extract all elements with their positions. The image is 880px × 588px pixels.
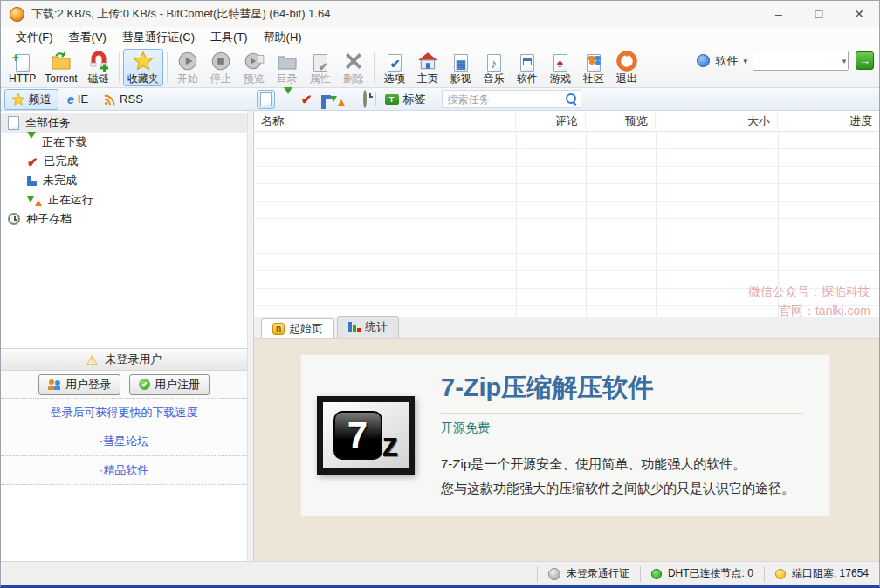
delete-x-icon xyxy=(343,51,364,72)
featured-software-link[interactable]: ·精品软件 xyxy=(1,456,247,485)
sidebar-tab-channel[interactable]: 频道 xyxy=(4,89,58,110)
filter-separator xyxy=(354,92,354,106)
menu-file[interactable]: 文件(F) xyxy=(8,28,61,47)
app-logo-icon xyxy=(10,7,24,22)
start-page-content: 7 z 7-Zip压缩解压软件 开源免费 7-Zip是一个开源安全、使用简单、功… xyxy=(254,339,879,561)
task-search-input[interactable] xyxy=(446,92,566,106)
up-arrow-icon xyxy=(338,96,345,106)
column-progress[interactable]: 进度 xyxy=(778,113,879,129)
user-login-button[interactable]: 用户登录 xyxy=(38,374,120,395)
toolbar-button-delete[interactable]: 删除 xyxy=(337,49,370,86)
tree-item-active[interactable]: 正在运行 xyxy=(1,190,247,209)
passport-status[interactable]: 未登录通行证 xyxy=(537,566,640,582)
task-list-body[interactable] xyxy=(254,132,879,317)
7zip-logo: 7 z xyxy=(317,396,415,475)
menu-view[interactable]: 查看(V) xyxy=(61,28,114,47)
all-tasks-icon xyxy=(260,92,272,106)
comet-forum-link[interactable]: ·彗星论坛 xyxy=(1,427,247,456)
toolbar-button-magnet[interactable]: 磁链 xyxy=(82,49,115,86)
filter-archive-button[interactable] xyxy=(363,92,367,107)
sidebar: 全部任务 正在下载 ✔ 已完成 未完成 正在运行 种子存档 xyxy=(1,111,248,561)
toolbar-button-community[interactable]: 社区 xyxy=(577,49,610,86)
http-task-icon: + xyxy=(16,51,30,72)
games-doc-icon: ♠ xyxy=(553,51,567,72)
magnifier-icon[interactable] xyxy=(566,93,577,105)
toolbar-search-area: 软件 ▾ ▾ → xyxy=(697,51,874,71)
dht-status[interactable]: DHT已连接节点: 0 xyxy=(640,566,764,582)
menu-passport[interactable]: 彗星通行证(C) xyxy=(114,28,203,47)
toolbar-button-directory[interactable]: 目录 xyxy=(271,49,304,86)
menu-tools[interactable]: 工具(T) xyxy=(203,28,256,47)
minimize-button[interactable]: – xyxy=(759,1,799,27)
toolbar-separator xyxy=(374,52,375,83)
maximize-button[interactable]: □ xyxy=(799,1,839,27)
toolbar-button-favorites[interactable]: 收藏夹 xyxy=(123,49,163,86)
close-button[interactable]: ✕ xyxy=(839,1,879,27)
toolbar-button-exit[interactable]: 退出 xyxy=(610,49,643,86)
options-doc-icon: ✔ xyxy=(388,51,402,72)
filter-finished-button[interactable]: ✔ xyxy=(301,92,313,106)
toolbar-button-software[interactable]: 软件 xyxy=(511,49,544,86)
user-register-button[interactable]: ✔ 用户注册 xyxy=(129,374,210,395)
toolbar-button-http[interactable]: + HTTP xyxy=(4,49,40,86)
task-list-header: 名称 评论 预览 大小 进度 xyxy=(254,111,879,132)
login-panel: ⚠ 未登录用户 用户登录 ✔ 用户注册 登录后可获得更快的下载速度 ·彗星论坛 … xyxy=(1,348,247,485)
all-tasks-icon xyxy=(8,116,19,130)
tree-item-downloading[interactable]: 正在下载 xyxy=(1,133,247,152)
passport-globe-icon xyxy=(548,568,560,580)
tab-start-page[interactable]: n 起始页 xyxy=(261,318,334,338)
tree-item-torrent-archive[interactable]: 种子存档 xyxy=(1,209,247,229)
promo-text: 7-Zip压缩解压软件 开源免费 7-Zip是一个开源安全、使用简单、功能强大的… xyxy=(441,371,803,501)
stop-circle-icon xyxy=(210,51,231,72)
check-circle-icon: ✔ xyxy=(139,379,150,390)
column-name[interactable]: 名称 xyxy=(254,113,516,129)
title-divider xyxy=(441,413,803,414)
down-arrow-icon xyxy=(330,96,337,106)
filter-downloading-button[interactable] xyxy=(284,92,292,107)
column-size[interactable]: 大小 xyxy=(656,113,778,129)
toolbar-button-torrent[interactable]: Torrent xyxy=(40,49,81,86)
window-controls: – □ ✕ xyxy=(759,1,879,27)
task-search-box xyxy=(442,90,581,108)
filter-separator xyxy=(375,92,376,106)
toolbar-button-games[interactable]: ♠ 游戏 xyxy=(544,49,577,86)
tree-item-finished[interactable]: ✔ 已完成 xyxy=(1,152,247,171)
users-icon xyxy=(48,379,61,389)
logo-seven-glyph: 7 xyxy=(333,411,382,460)
column-comments[interactable]: 评论 xyxy=(516,113,586,129)
logo-z-glyph: z xyxy=(382,428,399,462)
sidebar-splitter[interactable] xyxy=(248,111,254,561)
tree-item-unfinished[interactable]: 未完成 xyxy=(1,171,247,190)
finished-check-icon: ✔ xyxy=(27,155,38,168)
sidebar-tab-rss[interactable]: RSS xyxy=(97,90,150,108)
filter-active-button[interactable] xyxy=(330,93,345,106)
rss-icon xyxy=(104,93,116,106)
secondary-toolbar: 频道 e IE RSS ✔ T 标签 xyxy=(1,88,879,111)
category-caret-icon[interactable]: ▾ xyxy=(743,57,747,65)
menu-help[interactable]: 帮助(H) xyxy=(256,28,310,47)
toolbar-button-movies[interactable]: ▦ 影视 xyxy=(444,49,478,86)
toolbar-button-preview[interactable]: 预览 xyxy=(237,49,271,86)
column-preview[interactable]: 预览 xyxy=(586,113,656,129)
sidebar-tab-ie[interactable]: e IE xyxy=(60,90,95,108)
bitcomet-window: 下载:2 KB/s, 上传:0 KB/s - BitComet(比特彗星) (6… xyxy=(0,0,880,588)
tag-button[interactable]: T 标签 xyxy=(385,92,426,107)
torrent-folder-icon xyxy=(51,51,72,72)
toolbar-button-properties[interactable]: ✔ 属性 xyxy=(304,49,337,86)
tree-item-all-tasks[interactable]: 全部任务 xyxy=(1,113,247,133)
home-icon xyxy=(417,51,438,72)
search-category-label[interactable]: 软件 xyxy=(715,53,738,69)
statistics-chart-icon xyxy=(348,322,361,332)
filter-all-button[interactable] xyxy=(257,90,275,109)
web-search-input[interactable] xyxy=(753,51,849,71)
toolbar-button-home[interactable]: 主页 xyxy=(411,49,444,86)
tab-statistics[interactable]: 统计 xyxy=(337,316,399,338)
toolbar-button-stop[interactable]: 停止 xyxy=(204,49,237,86)
toolbar-button-music[interactable]: ♪ 音乐 xyxy=(478,49,511,86)
login-benefit-link[interactable]: 登录后可获得更快的下载速度 xyxy=(1,399,247,427)
toolbar-button-options[interactable]: ✔ 选项 xyxy=(378,49,411,86)
port-status[interactable]: 端口阻塞: 17654 xyxy=(764,566,879,582)
search-go-button[interactable]: → xyxy=(856,51,874,70)
toolbar-button-start[interactable]: 开始 xyxy=(171,49,204,86)
login-status-text: 未登录用户 xyxy=(105,352,162,367)
